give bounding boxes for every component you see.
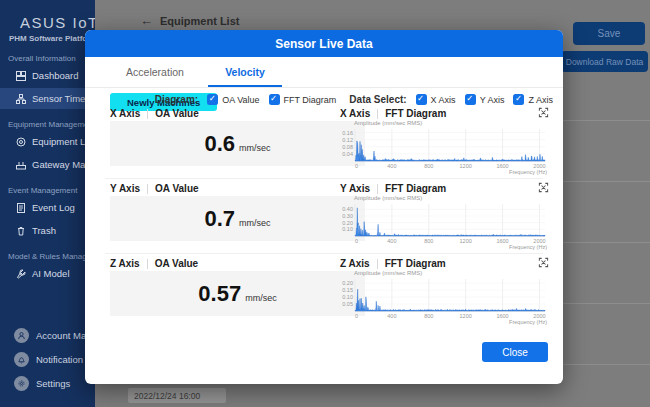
- z-axis-oa-header: Z AxisOA Value: [110, 258, 198, 269]
- z-axis-oa-value-box: 0.57 mm/sec: [110, 271, 365, 316]
- axis-label: Z Axis: [110, 258, 140, 269]
- sidebar-item-account-management[interactable]: Account Management: [0, 323, 95, 347]
- asus-iot-logo: ASUS IoT: [0, 0, 95, 31]
- z-axis-oa-unit: mm/sec: [245, 293, 277, 303]
- sidebar-item-gateway-management[interactable]: Gateway Management: [0, 154, 95, 175]
- svg-text:0.10: 0.10: [342, 226, 353, 232]
- svg-text:Frequency (Hz): Frequency (Hz): [509, 319, 547, 325]
- user-icon: [14, 328, 29, 343]
- sidebar-item-label: Trash: [32, 225, 56, 236]
- y-axis-oa-value-box: 0.7 mm/sec: [110, 196, 365, 241]
- svg-text:Amplitude (mm/sec RMS): Amplitude (mm/sec RMS): [354, 120, 422, 126]
- x-axis-oa-header: X AxisOA Value: [110, 108, 199, 119]
- section-event-management: Event Management: [0, 186, 95, 195]
- svg-text:0.30: 0.30: [342, 213, 353, 219]
- oa-value-label: OA Value: [155, 258, 199, 269]
- sidebar-item-trash[interactable]: Trash: [0, 220, 95, 241]
- svg-text:0: 0: [355, 163, 358, 169]
- diagram-label: Diagram:: [155, 94, 198, 105]
- svg-text:0.20: 0.20: [342, 220, 353, 226]
- section-overall-information: Overall Information: [0, 54, 95, 63]
- gateway-icon: [16, 160, 26, 170]
- x-axis-oa-value-box: 0.6 mm/sec: [110, 121, 365, 166]
- sidebar: ASUS IoT PHM Software Platform Overall I…: [0, 0, 95, 407]
- z-axis-fft-chart: Amplitude (mm/sec RMS)040080012001600200…: [338, 268, 550, 330]
- sidebar-item-settings[interactable]: Settings: [0, 371, 95, 395]
- sensor-live-data-modal: Sensor Live Data Acceleration Velocity N…: [85, 30, 563, 384]
- table-row-divider: [563, 120, 650, 121]
- section-divider: [105, 253, 543, 254]
- svg-text:0.40: 0.40: [342, 206, 353, 212]
- fft-diagram-checkbox[interactable]: FFT Diagram: [269, 94, 337, 105]
- svg-text:0: 0: [355, 238, 358, 244]
- download-raw-data-button[interactable]: Download Raw Data: [561, 51, 648, 72]
- svg-text:0.20: 0.20: [342, 280, 353, 286]
- diagram-data-select-controls: Diagram: OA Value FFT Diagram Data Selec…: [155, 94, 553, 105]
- section-equipment-management: Equipment Management: [0, 120, 95, 129]
- sidebar-item-dashboard[interactable]: Dashboard: [0, 65, 95, 86]
- svg-text:1200: 1200: [460, 313, 472, 319]
- svg-text:0.16: 0.16: [342, 130, 353, 136]
- sidebar-item-equipment-list[interactable]: Equipment List: [0, 131, 95, 152]
- svg-text:1600: 1600: [496, 313, 508, 319]
- section-divider: [105, 178, 543, 179]
- svg-text:800: 800: [424, 313, 433, 319]
- sidebar-item-ai-model[interactable]: AI Model: [0, 263, 95, 284]
- svg-text:0.05: 0.05: [342, 301, 353, 307]
- x-axis-checkbox[interactable]: X Axis: [416, 94, 456, 105]
- svg-text:1600: 1600: [496, 163, 508, 169]
- checkbox-checked-icon: [207, 94, 218, 105]
- tab-velocity[interactable]: Velocity: [200, 66, 290, 87]
- y-axis-oa-header: Y AxisOA Value: [110, 183, 199, 194]
- dashboard-icon: [16, 71, 26, 81]
- x-axis-fft-chart: Amplitude (mm/sec RMS)040080012001600200…: [338, 118, 550, 180]
- y-axis-fft-chart: Amplitude (mm/sec RMS)040080012001600200…: [338, 193, 550, 255]
- checkbox-checked-icon: [465, 94, 476, 105]
- svg-text:400: 400: [387, 163, 396, 169]
- oa-value-label: OA Value: [155, 108, 199, 119]
- wrench-icon: [16, 269, 26, 279]
- x-axis-oa-unit: mm/sec: [239, 143, 271, 153]
- sidebar-item-sensor-time-list[interactable]: Sensor Time List: [0, 88, 95, 109]
- modal-title: Sensor Live Data: [85, 30, 563, 57]
- sidebar-item-event-log[interactable]: Event Log: [0, 197, 95, 218]
- close-button[interactable]: Close: [482, 342, 548, 362]
- sidebar-item-notification[interactable]: Notification: [0, 347, 95, 371]
- sidebar-item-label: Dashboard: [32, 70, 78, 81]
- y-axis-oa-unit: mm/sec: [239, 218, 271, 228]
- trash-icon: [16, 226, 26, 236]
- tab-acceleration[interactable]: Acceleration: [110, 66, 200, 87]
- screen: ← Equipment List Save Download Raw Data …: [0, 0, 650, 407]
- sidebar-item-label: AI Model: [32, 268, 70, 279]
- z-axis-checkbox[interactable]: Z Axis: [513, 94, 553, 105]
- sidebar-item-label: Event Log: [32, 202, 75, 213]
- save-button[interactable]: Save: [573, 22, 645, 45]
- oa-value-checkbox[interactable]: OA Value: [207, 94, 259, 105]
- z-axis-oa-value: 0.57: [198, 281, 241, 307]
- sidebar-footer: Account Management Notification Settings: [0, 323, 95, 395]
- svg-text:Frequency (Hz): Frequency (Hz): [509, 244, 547, 250]
- svg-text:0.08: 0.08: [342, 144, 353, 150]
- table-row-divider: [563, 242, 650, 243]
- bell-icon: [14, 352, 29, 367]
- back-label: Equipment List: [160, 15, 239, 27]
- svg-text:0.15: 0.15: [342, 287, 353, 293]
- timestamp-cell: 2022/12/24 16:00: [128, 388, 226, 403]
- arrow-left-icon: ←: [140, 13, 153, 28]
- table-row-divider: [563, 364, 650, 365]
- svg-text:0.12: 0.12: [342, 137, 353, 143]
- table-row-divider: [563, 181, 650, 182]
- svg-text:1600: 1600: [496, 238, 508, 244]
- oa-value-label: OA Value: [155, 183, 199, 194]
- sensor-network-icon: [16, 94, 26, 104]
- svg-text:0.04: 0.04: [342, 151, 353, 157]
- y-axis-checkbox[interactable]: Y Axis: [465, 94, 505, 105]
- svg-text:400: 400: [387, 313, 396, 319]
- data-select-label: Data Select:: [349, 94, 406, 105]
- checkbox-checked-icon: [513, 94, 524, 105]
- modal-tabs: Acceleration Velocity: [85, 57, 563, 88]
- equipment-icon: [16, 137, 26, 147]
- svg-text:0: 0: [355, 313, 358, 319]
- back-to-equipment-list[interactable]: ← Equipment List: [140, 13, 239, 28]
- svg-text:800: 800: [424, 238, 433, 244]
